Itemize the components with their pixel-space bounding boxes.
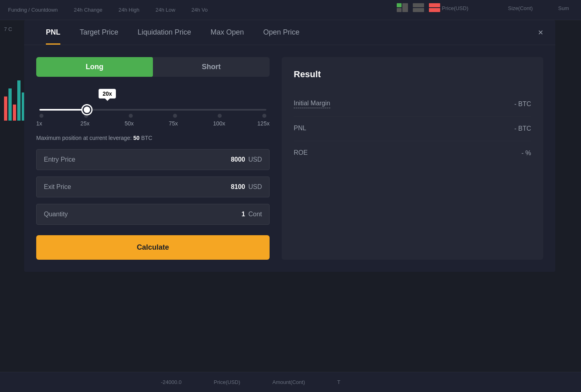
roe-label: ROE (294, 149, 308, 157)
slider-track[interactable] (39, 109, 266, 111)
left-panel: Long Short 20x 1 (36, 57, 270, 260)
slider-dots (39, 114, 266, 118)
grid-icon-1 (397, 3, 408, 12)
funding-countdown: Funding / Countdown (8, 7, 58, 13)
chart-label: 7 C (4, 26, 12, 32)
dot-1x (39, 114, 43, 118)
initial-margin-label: Initial Margin (294, 100, 330, 108)
max-position-unit: BTC (141, 135, 152, 141)
24h-change: 24h Change (74, 7, 103, 13)
entry-price-value-area: 8000 USD (231, 156, 262, 163)
pnl-row: PNL - BTC (294, 117, 531, 141)
bottom-bar: -24000.0 Price(USD) Amount(Cont) T (0, 372, 581, 392)
dot-25x (84, 114, 88, 118)
sum-col: Sum (558, 5, 569, 11)
header-icons (397, 3, 440, 12)
dot-75x (173, 114, 177, 118)
24h-vol: 24h Vo (192, 7, 208, 13)
dot-125x (262, 114, 266, 118)
initial-margin-row: Initial Margin - BTC (294, 92, 531, 117)
label-50x: 50x (125, 120, 137, 127)
tab-open-price[interactable]: Open Price (253, 20, 309, 45)
candle-4 (17, 80, 21, 121)
price-usd-col: Price(USD) (442, 5, 468, 11)
entry-price-field[interactable]: Entry Price 8000 USD (36, 149, 270, 170)
quantity-value: 1 (241, 211, 245, 218)
tab-target-price[interactable]: Target Price (70, 20, 128, 45)
max-position-text: Maximum position at current leverage: 50… (36, 135, 270, 141)
24h-low: 24h Low (155, 7, 175, 13)
grid-icon-3 (429, 3, 440, 12)
dot-50x (129, 114, 133, 118)
slider-labels: 1x 25x 50x 75x 100x 125x (36, 120, 270, 127)
roe-row: ROE - % (294, 141, 531, 165)
result-title: Result (294, 69, 531, 80)
roe-value: - % (521, 150, 531, 157)
exit-price-field[interactable]: Exit Price 8100 USD (36, 177, 270, 197)
svg-rect-6 (429, 8, 440, 12)
svg-rect-1 (397, 8, 402, 12)
slider-fill (39, 109, 87, 111)
bottom-price-usd: Price(USD) (214, 379, 240, 385)
quantity-value-area: 1 Cont (241, 211, 262, 218)
bottom-t: T (337, 379, 340, 385)
svg-rect-2 (402, 3, 408, 12)
long-button[interactable]: Long (36, 57, 153, 77)
quantity-unit: Cont (248, 211, 262, 218)
label-25x: 25x (80, 120, 93, 127)
label-125x: 125x (258, 120, 270, 127)
size-cont-col: Size(Cont) (508, 5, 533, 11)
calculate-button[interactable]: Calculate (36, 235, 270, 260)
candle-3 (13, 105, 16, 121)
exit-price-label: Exit Price (44, 183, 71, 191)
candle-2 (8, 88, 12, 121)
entry-price-group: Entry Price 8000 USD (36, 149, 270, 170)
slider-thumb[interactable] (82, 105, 91, 114)
long-short-toggle: Long Short (36, 57, 270, 77)
modal-body: Long Short 20x 1 (24, 45, 555, 272)
24h-high: 24h High (118, 7, 139, 13)
tab-pnl[interactable]: PNL (36, 20, 70, 45)
leverage-section: 20x 1x 25x 50x 75x (36, 89, 270, 127)
leverage-badge: 20x (99, 89, 116, 99)
entry-price-value: 8000 (231, 156, 245, 163)
label-75x: 75x (169, 120, 181, 127)
exit-price-group: Exit Price 8100 USD (36, 177, 270, 197)
label-100x: 100x (213, 120, 225, 127)
svg-rect-3 (413, 3, 424, 7)
max-position-value: 50 (133, 135, 140, 141)
svg-rect-0 (397, 3, 402, 7)
short-button[interactable]: Short (153, 57, 270, 77)
grid-icon-2 (413, 3, 424, 12)
tab-max-open[interactable]: Max Open (201, 20, 253, 45)
svg-rect-5 (429, 3, 440, 7)
initial-margin-value: - BTC (514, 101, 531, 108)
candles (4, 56, 25, 121)
candle-1 (4, 96, 7, 121)
bottom-amount: Amount(Cont) (272, 379, 305, 385)
dot-100x (218, 114, 222, 118)
exit-price-unit: USD (248, 183, 262, 191)
exit-price-value: 8100 (231, 183, 245, 191)
pnl-value: - BTC (514, 125, 531, 132)
quantity-label: Quantity (44, 211, 68, 218)
trading-header: Funding / Countdown 24h Change 24h High … (0, 0, 581, 20)
result-panel: Result Initial Margin - BTC PNL - BTC RO… (282, 57, 543, 260)
quantity-group: Quantity 1 Cont (36, 204, 270, 225)
svg-rect-4 (413, 8, 424, 12)
bottom-price: -24000.0 (161, 379, 181, 385)
pnl-label: PNL (294, 125, 306, 133)
entry-price-unit: USD (248, 156, 262, 163)
tabs-header: PNL Target Price Liquidation Price Max O… (24, 20, 555, 45)
label-1x: 1x (36, 120, 48, 127)
close-button[interactable]: × (538, 28, 543, 37)
exit-price-value-area: 8100 USD (231, 183, 262, 191)
quantity-field[interactable]: Quantity 1 Cont (36, 204, 270, 225)
tab-liquidation-price[interactable]: Liquidation Price (128, 20, 201, 45)
calculator-modal: PNL Target Price Liquidation Price Max O… (24, 20, 555, 272)
entry-price-label: Entry Price (44, 156, 75, 163)
